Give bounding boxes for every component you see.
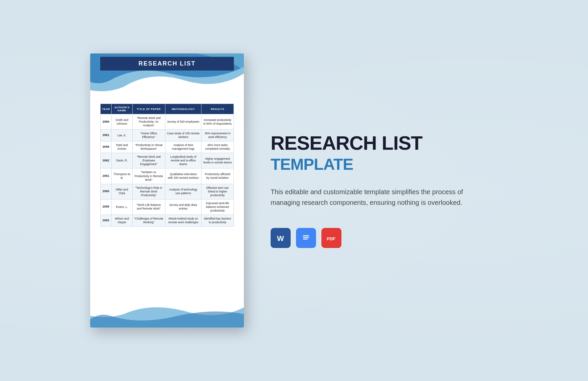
cell-author: Lee, K.	[112, 130, 132, 141]
pdf-format-icon[interactable]: PDF	[321, 228, 341, 248]
cell-year: 2062	[101, 153, 112, 168]
table-header-row: YEAR AUTHOR'S NAME TITLE OF PAPER METHOD…	[101, 104, 234, 114]
svg-text:W: W	[277, 234, 284, 243]
cell-year: 2060	[101, 184, 112, 199]
cell-methodology: Case study of 100 remote workers	[165, 130, 201, 141]
research-table: YEAR AUTHOR'S NAME TITLE OF PAPER METHOD…	[100, 104, 234, 227]
doc-header: RESEARCH LIST	[90, 53, 244, 97]
cell-methodology: Survey and daily diary entries	[165, 199, 201, 215]
description-text: This editable and customizable template …	[271, 186, 464, 208]
subtitle: TEMPLATE	[271, 156, 498, 173]
cell-results: Productivity affected by social isolatio…	[201, 168, 234, 184]
cell-year: 2062	[101, 215, 112, 226]
right-panel: RESEARCH LIST TEMPLATE This editable and…	[271, 126, 498, 254]
cell-year: 2059	[101, 141, 112, 153]
cell-author: Smith and Johnson	[112, 114, 132, 130]
cell-author: Davis, R.	[112, 153, 132, 168]
col-author: AUTHOR'S NAME	[112, 104, 132, 114]
cell-title: "Isolation vs. Productivity in Remote Wo…	[132, 168, 165, 184]
doc-title-bar: RESEARCH LIST	[100, 57, 234, 71]
cell-methodology: Mixed-method study on remote work challe…	[165, 215, 201, 226]
cell-title: "Work-Life Balance and Remote Work"	[132, 199, 165, 215]
table-row: 2062 Davis, R. "Remote Work and Employee…	[101, 153, 234, 168]
cell-results: Increased productivity in 60% of respond…	[201, 114, 234, 130]
main-container: RESEARCH LIST YEAR AUTHOR'S NAME TITLE O…	[0, 0, 588, 381]
cell-year: 2061	[101, 168, 112, 184]
cell-results: Identified key barriers to productivity	[201, 215, 234, 226]
cell-methodology: Qualitative interviews with 200 remote w…	[165, 168, 201, 184]
svg-rect-4	[303, 237, 309, 238]
cell-title: "Technology's Role in Remote Work Produc…	[132, 184, 165, 199]
cell-title: "Remote Work and Employee Engagement"	[132, 153, 165, 168]
table-row: 2060 Smith and Johnson "Remote Work and …	[101, 114, 234, 130]
cell-methodology: Analysis of time management logs	[165, 141, 201, 153]
col-methodology: METHODOLOGY	[165, 104, 201, 114]
cell-results: Improved work-life balance enhances prod…	[201, 199, 234, 215]
svg-rect-3	[303, 235, 309, 236]
cell-year: 2059	[101, 199, 112, 215]
table-row: 2061 Lee, K. "Home Office Efficiency" Ca…	[101, 130, 234, 141]
svg-rect-5	[303, 239, 308, 240]
cell-methodology: Survey of 500 employees	[165, 114, 201, 130]
cell-title: "Home Office Efficiency"	[132, 130, 165, 141]
cell-results: Higher engagement levels in remote teams	[201, 153, 234, 168]
cell-title: "Remote Work and Productivity: An Analys…	[132, 114, 165, 130]
table-row: 2060 Miller and Clark "Technology's Role…	[101, 184, 234, 199]
cell-author: Patel and Gomez	[112, 141, 132, 153]
doc-title-text: RESEARCH LIST	[138, 60, 195, 67]
cell-title: "Challenges of Remote Working"	[132, 215, 165, 226]
svg-rect-2	[300, 232, 312, 244]
col-year: YEAR	[101, 104, 112, 114]
table-row: 2059 Evans, L. "Work-Life Balance and Re…	[101, 199, 234, 215]
cell-year: 2061	[101, 130, 112, 141]
cell-results: Effective tech use linked to higher prod…	[201, 184, 234, 199]
col-results: RESULTS	[201, 104, 234, 114]
cell-results: 40% more tasks completed remotely	[201, 141, 234, 153]
cell-author: Evans, L.	[112, 199, 132, 215]
cell-title: "Productivity in Virtual Workspaces"	[132, 141, 165, 153]
svg-text:PDF: PDF	[327, 236, 335, 241]
cell-results: 30% improvement in work efficiency	[201, 130, 234, 141]
doc-footer	[90, 301, 244, 328]
main-title: RESEARCH LIST	[271, 133, 498, 153]
cell-author: Miller and Clark	[112, 184, 132, 199]
table-row: 2062 Wilson and Harper "Challenges of Re…	[101, 215, 234, 226]
doc-body: YEAR AUTHOR'S NAME TITLE OF PAPER METHOD…	[90, 97, 244, 301]
cell-methodology: Analysis of technology use patterns	[165, 184, 201, 199]
col-title: TITLE OF PAPER	[132, 104, 165, 114]
table-row: 2059 Patel and Gomez "Productivity in Vi…	[101, 141, 234, 153]
table-row: 2061 Thompson et al. "Isolation vs. Prod…	[101, 168, 234, 184]
cell-year: 2060	[101, 114, 112, 130]
cell-author: Wilson and Harper	[112, 215, 132, 226]
cell-author: Thompson et al.	[112, 168, 132, 184]
cell-methodology: Longitudinal study of remote and in-offi…	[165, 153, 201, 168]
docs-format-icon[interactable]	[296, 228, 316, 248]
document-card: RESEARCH LIST YEAR AUTHOR'S NAME TITLE O…	[90, 53, 244, 328]
word-format-icon[interactable]: W	[271, 228, 291, 248]
format-icons-container: W PDF	[271, 228, 498, 248]
